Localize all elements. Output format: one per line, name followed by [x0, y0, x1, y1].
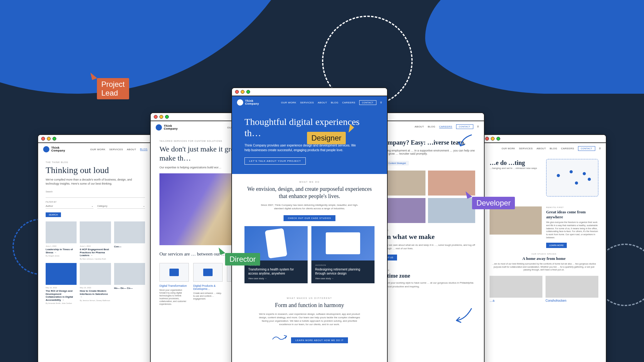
squiggle-icon — [271, 334, 290, 341]
blog-title: How to Create Modern Interfaces in Sales… — [80, 290, 111, 299]
nav-about[interactable]: ABOUT — [318, 101, 327, 104]
service-title: Digital Transformation — [159, 284, 189, 287]
search-button[interactable]: SEARCH — [46, 212, 61, 217]
blog-author: By Amanda Smith, Julia Carlton — [46, 302, 77, 304]
nav-blog[interactable]: BLOG — [331, 101, 338, 104]
contact-button[interactable]: CONTACT — [578, 146, 595, 151]
nav-careers[interactable]: CAREERS — [439, 125, 452, 128]
close-icon[interactable] — [154, 115, 158, 119]
blog-thumbnail — [80, 221, 111, 243]
blog-date: May 10, 2022 — [80, 287, 111, 289]
minimize-icon[interactable] — [159, 115, 163, 119]
section-title: Great ideas come from anywhere — [546, 210, 598, 220]
map-pin-icon — [557, 174, 560, 177]
chevron-down-icon: ⌄ — [143, 205, 145, 207]
nav-blog[interactable]: BLOG — [550, 147, 557, 150]
service-card[interactable]: Digital Transformation Move your organiz… — [159, 263, 189, 306]
nav-about[interactable]: ABOUT — [536, 147, 546, 150]
nav-services[interactable]: SERVICES — [519, 147, 533, 150]
search-input[interactable] — [46, 193, 145, 198]
section-title: We envision, design, and create purposef… — [244, 186, 375, 200]
chevron-down-icon: ⌄ — [91, 205, 93, 207]
maximize-icon[interactable] — [246, 90, 250, 94]
contact-button[interactable]: CONTACT — [359, 100, 376, 105]
logo-icon[interactable] — [156, 124, 162, 131]
nav-blog[interactable]: BLOG — [140, 148, 148, 151]
location-card[interactable]: Conshohocken — [546, 276, 598, 302]
logo-icon[interactable] — [43, 146, 49, 152]
map-illustration — [546, 159, 598, 196]
maximize-icon[interactable] — [496, 137, 500, 141]
close-icon[interactable] — [41, 137, 45, 141]
section-kicker: WHAT WE DO — [244, 181, 375, 183]
case-link[interactable]: View case study → — [315, 277, 371, 280]
blog-card[interactable]: Con— — [114, 221, 145, 260]
learn-more-button[interactable]: LEARN MORE ABOUT HOW WE DO IT — [291, 337, 348, 343]
map-pin-icon — [588, 178, 591, 181]
search-icon[interactable]: ⚲ — [380, 101, 382, 104]
blog-card[interactable]: May 10, 2022 How to Create Modern Interf… — [80, 263, 111, 304]
browser-window-home: ThinkCompany OUR WORK SERVICES ABOUT BLO… — [231, 87, 388, 362]
filter-author[interactable]: Author⌄ — [46, 204, 93, 209]
nav-careers[interactable]: CAREERS — [561, 147, 574, 150]
minimize-icon[interactable] — [47, 137, 51, 141]
arrow-doodle-icon — [456, 132, 475, 151]
blog-card[interactable]: June 1, 2022 Leadership in Times of Stre… — [46, 221, 77, 260]
nav-our-work[interactable]: OUR WORK — [281, 101, 296, 104]
cursor-label-text: Project Lead — [97, 78, 129, 99]
section-text: …mpany we care about what we do and keep… — [378, 243, 475, 250]
blog-title: The ROI of Design and Development Collab… — [46, 290, 77, 301]
minimize-icon[interactable] — [491, 137, 495, 141]
filter-category[interactable]: Category⌄ — [97, 204, 145, 209]
page-title: Thinking out loud — [46, 165, 145, 175]
case-title: Transforming a health system for access … — [248, 267, 304, 275]
case-study-card[interactable]: JACKSON Redesigning retirement planning … — [311, 226, 375, 283]
service-title: Digital Products & Developme… — [193, 284, 223, 290]
nav-our-work[interactable]: OUR WORK — [502, 147, 515, 150]
search-icon[interactable]: ⚲ — [477, 125, 479, 128]
nav-services[interactable]: SERVICES — [300, 101, 314, 104]
search-icon[interactable]: ⚲ — [599, 147, 601, 150]
filter-label: FILTER BY — [46, 201, 145, 203]
hero-cta-button[interactable]: LET'S TALK ABOUT YOUR PROJECT — [244, 157, 306, 165]
learn-more-button[interactable]: LEARN MORE — [546, 243, 567, 248]
nav-services[interactable]: SERVICES — [109, 148, 123, 151]
close-icon[interactable] — [235, 90, 239, 94]
section-kicker: … WORK — [378, 269, 475, 271]
section-title: A home away from home — [490, 256, 598, 261]
section-title: …t time zone — [378, 273, 475, 279]
cursor-label-text: Designer — [307, 132, 346, 144]
maximize-icon[interactable] — [165, 115, 169, 119]
site-nav: ThinkCompany OUR WORK SERVICES ABOUT BLO… — [38, 143, 153, 156]
logo-icon[interactable] — [237, 99, 243, 106]
location-name: Conshohocken — [546, 299, 598, 302]
logo-text: ThinkCompany — [164, 125, 178, 130]
location-name: …a — [490, 299, 542, 302]
section-kicker: REMOTE FIRST — [546, 206, 598, 208]
nav-about[interactable]: ABOUT — [127, 148, 136, 151]
case-studies-button[interactable]: CHECK OUT OUR CASE STUDIES — [284, 215, 335, 221]
maximize-icon[interactable] — [53, 137, 56, 141]
blog-date: May 16, 2022 — [46, 287, 77, 289]
minimize-icon[interactable] — [241, 90, 244, 94]
map-pin-icon — [575, 181, 578, 185]
nav-careers[interactable]: CAREERS — [342, 101, 355, 104]
nav-about[interactable]: ABOUT — [415, 125, 424, 128]
blog-author: By Abigail Jones — [46, 255, 77, 257]
blog-date: June 1, 2022 — [80, 245, 111, 247]
blog-card[interactable]: Ho— De— Co— — [114, 263, 145, 304]
blog-thumbnail — [80, 263, 111, 285]
blog-card[interactable]: May 16, 2022 The ROI of Design and Devel… — [46, 263, 77, 304]
case-kicker: JACKSON — [315, 264, 371, 266]
nav-blog[interactable]: BLOG — [428, 125, 435, 128]
contact-button[interactable]: CONTACT — [456, 124, 473, 129]
service-card[interactable]: Digital Products & Developme… Create and… — [193, 263, 223, 306]
close-icon[interactable] — [485, 137, 489, 141]
site-nav: ThinkCompany OUR WORK SERVICES ABOUT BLO… — [232, 96, 387, 109]
site-nav: OUR WORK SERVICES ABOUT BLOG CAREERS CON… — [482, 143, 606, 154]
nav-our-work[interactable]: OUR WORK — [90, 148, 106, 151]
location-card[interactable]: …a — [490, 276, 542, 302]
blog-card[interactable]: June 1, 2022 6 HCP Engagement Best Pract… — [80, 221, 111, 260]
section-text: We give everyone the freedom to organize… — [546, 221, 598, 239]
case-link[interactable]: View case study → — [248, 277, 304, 280]
